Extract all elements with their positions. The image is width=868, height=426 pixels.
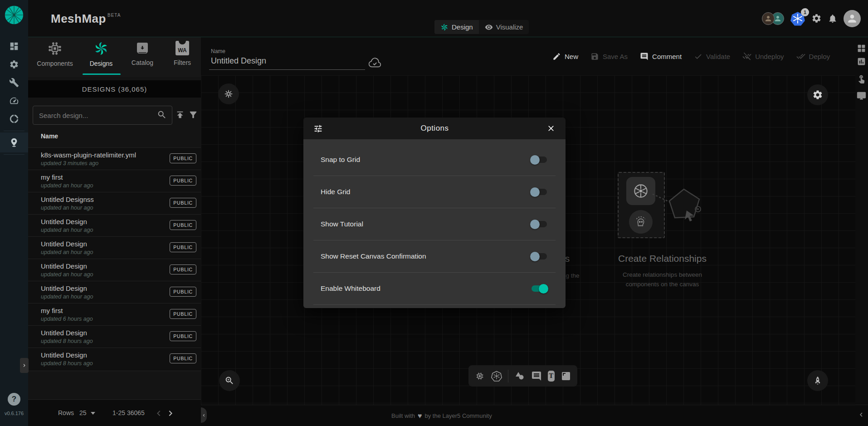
upload-design-icon[interactable] [175,110,185,120]
heart-icon: ♥ [418,412,422,420]
save-as-button[interactable]: Save As [590,52,628,61]
tab-visualize[interactable]: Visualize [479,20,529,34]
undeploy-label: Undeploy [755,53,784,60]
tab-designs[interactable]: Designs [80,41,122,67]
apps-grid-icon[interactable] [857,44,866,53]
touch-icon[interactable] [857,74,866,83]
next-page-button[interactable] [165,408,176,419]
design-name: Untitled Design [41,351,87,359]
toggle-snap-to-grid[interactable] [530,155,548,165]
design-actions: New Save As Comment Validate Undeploy De… [552,37,830,75]
user-avatar[interactable] [844,10,861,27]
toggle-show-reset-canvas-confirmation[interactable] [530,251,548,261]
design-updated: updated an hour ago [41,182,93,189]
toggle-show-tutorial[interactable] [530,219,548,229]
rail-performance-icon[interactable] [0,92,28,110]
design-row[interactable]: my first updated 6 hours ago PUBLIC [28,303,201,326]
rail-service-mesh-icon[interactable] [0,110,28,128]
footer-collapse-right-icon[interactable] [857,411,865,419]
collaborator-avatars[interactable] [762,12,784,25]
canvas-settings-button[interactable] [807,84,828,105]
design-updated: updated 3 minutes ago [41,160,98,166]
design-row[interactable]: Untitled Design updated an hour ago PUBL… [28,236,201,259]
filter-funnel-icon[interactable] [188,110,198,120]
shapes-icon[interactable] [514,371,525,382]
design-row[interactable]: Untitled Design updated an hour ago PUBL… [28,214,201,237]
comment-button[interactable]: Comment [640,52,682,61]
onboarding-desc-line2: components on the canvas [614,280,711,289]
rows-per-page-select[interactable]: 25 [79,409,87,416]
option-label: Hide Grid [321,188,350,196]
bar-chart-icon[interactable] [857,57,866,66]
tab-catalog[interactable]: Catalog [121,41,164,66]
footer-suffix: by the Layer5 Community [425,412,492,419]
header-actions: 1 [762,0,861,37]
tune-icon [313,124,323,133]
tab-filters[interactable]: WA Filters [161,41,204,66]
sidebar-expand-handle[interactable] [20,358,29,373]
design-name-input[interactable] [209,56,365,70]
footer: Built with ♥ by the Layer5 Community [201,405,868,426]
media-icon[interactable] [561,371,571,382]
asterisk-gear-icon [224,89,233,98]
design-updated: updated an hour ago [41,271,93,278]
toggle-enable-whiteboard[interactable] [530,284,548,294]
search-input[interactable] [33,106,172,124]
text-tool-icon[interactable]: T [548,371,555,382]
notifications-bell-icon[interactable] [828,14,838,24]
options-modal-header: Options [303,118,566,139]
collaborator-avatar-1[interactable] [762,12,775,25]
panel-tabs: Components Designs [28,37,201,77]
design-row[interactable]: Untitled Design updated 8 hours ago PUBL… [28,348,201,371]
rail-meshmap-pin-icon[interactable] [0,132,28,152]
design-name: Untitled Design [41,218,87,225]
layer5-logo[interactable] [4,5,24,25]
kubernetes-context[interactable]: 1 [790,11,805,26]
visibility-badge: PUBLIC [170,331,196,341]
validate-button[interactable]: Validate [694,52,730,61]
design-row[interactable]: Untitled Design updated an hour ago PUBL… [28,259,201,281]
option-row-show-reset-canvas-confirmation: Show Reset Canvas Confirmation [313,240,556,273]
circuit-icon[interactable] [474,371,485,382]
tab-components[interactable]: Components [34,41,76,67]
toggle-hide-grid[interactable] [530,187,548,197]
options-modal-title: Options [323,124,546,133]
design-row[interactable]: Untitled Design updated an hour ago PUBL… [28,281,201,304]
canvas-quick-actions-button[interactable] [218,83,239,104]
tab-design[interactable]: Design [434,20,479,34]
visibility-badge: PUBLIC [170,309,196,319]
help-button[interactable]: ? [8,393,20,406]
close-icon[interactable] [546,124,556,133]
comment-icon[interactable] [531,371,542,382]
new-button[interactable]: New [552,52,578,61]
gear-icon [812,89,823,100]
undeploy-button[interactable]: Undeploy [742,52,784,61]
rail-dashboard-icon[interactable] [0,37,28,55]
settings-gear-icon[interactable] [811,13,822,24]
canvas-dock-launch-button[interactable] [807,370,828,391]
deploy-button[interactable]: Deploy [796,52,830,61]
tab-design-label: Design [452,23,473,31]
spiral-icon [93,41,109,56]
beta-badge: BETA [107,13,121,18]
design-row[interactable]: Untitled Designss updated an hour ago PU… [28,192,201,215]
onboarding-card-description: Create relationships between components … [614,270,711,289]
tab-visualize-label: Visualize [496,23,523,31]
design-updated: updated an hour ago [41,294,93,300]
screen-icon[interactable] [857,91,866,101]
option-row-show-tutorial: Show Tutorial [313,208,556,240]
design-updated: updated 8 hours ago [41,338,93,344]
option-label: Enable Whiteboard [321,284,380,293]
prev-page-button[interactable] [153,408,164,419]
design-row[interactable]: Untitled Design updated 8 hours ago PUBL… [28,325,201,348]
footer-expand-handle[interactable] [201,407,207,423]
canvas-zoom-button[interactable] [219,370,240,391]
onboarding-relationship-graphic [652,187,706,229]
kubernetes-icon[interactable] [491,371,502,382]
rail-lifecycle-icon[interactable] [0,55,28,73]
rail-configuration-icon[interactable] [0,73,28,92]
chevron-down-icon[interactable] [91,412,95,415]
design-row[interactable]: k8s-wasm-plugin-ratelimiter.yml updated … [28,147,201,170]
eye-icon [485,23,493,31]
design-row[interactable]: my first updated an hour ago PUBLIC [28,170,201,192]
